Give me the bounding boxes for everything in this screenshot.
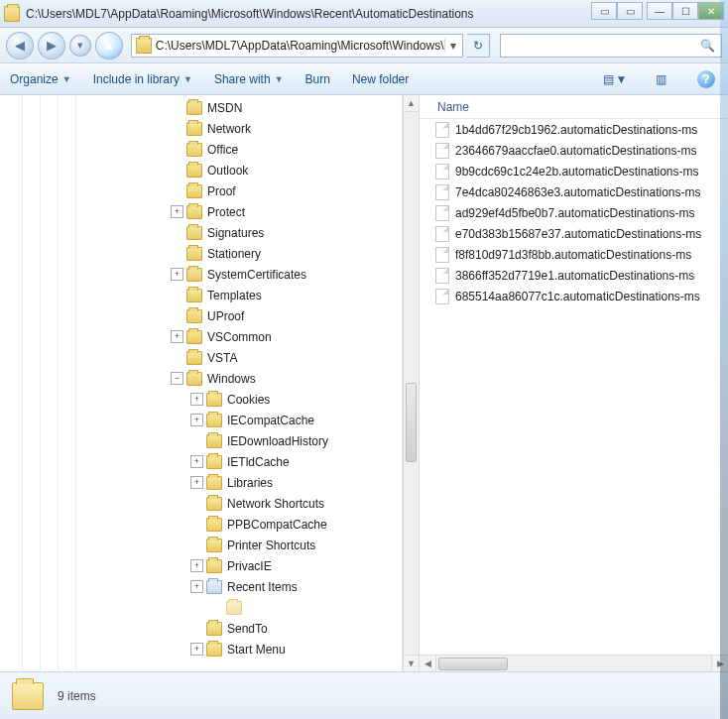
scroll-thumb[interactable] (406, 383, 417, 462)
status-text: 9 items (58, 689, 96, 703)
tree-node-label: PPBCompatCache (227, 518, 327, 532)
tree-node[interactable]: Office (0, 139, 402, 160)
expand-icon[interactable]: + (190, 580, 203, 593)
tree-spacer (171, 309, 183, 322)
new-folder-button[interactable]: New folder (352, 72, 409, 86)
tree-node[interactable]: −Windows (0, 368, 402, 389)
address-dropdown[interactable]: ▾ (444, 39, 462, 53)
tree-node[interactable]: +Protect (0, 201, 402, 222)
tree-node-label: Stationery (207, 247, 261, 261)
tree-node[interactable]: +VSCommon (0, 326, 402, 347)
tree-node[interactable] (0, 597, 402, 618)
file-name: e70d383b15687e37.automaticDestinations-m… (455, 227, 701, 241)
search-input[interactable]: 🔍 (500, 34, 722, 58)
tree-node[interactable]: +IETldCache (0, 451, 402, 472)
navigation-pane[interactable]: MSDNNetworkOfficeOutlookProof+ProtectSig… (0, 95, 403, 671)
expand-icon[interactable]: + (171, 205, 183, 218)
tree-node-label: Protect (207, 205, 245, 219)
tree-node[interactable]: SendTo (0, 618, 402, 639)
file-icon (435, 226, 449, 242)
file-row[interactable]: 9b9cdc69c1c24e2b.automaticDestinations-m… (420, 161, 728, 181)
history-dropdown[interactable]: ▾ (69, 35, 91, 57)
tree-node[interactable]: Network Shortcuts (0, 493, 402, 514)
tree-spacer (171, 101, 183, 114)
burn-button[interactable]: Burn (305, 72, 330, 86)
scroll-left-arrow[interactable]: ◀ (420, 656, 436, 672)
expand-icon[interactable]: + (190, 476, 203, 489)
expand-icon[interactable]: + (171, 330, 183, 343)
file-list-pane[interactable]: Name 1b4dd67f29cb1962.automaticDestinati… (420, 95, 728, 671)
tree-node[interactable]: Network (0, 118, 402, 139)
command-bar: Organize▼ Include in library▼ Share with… (0, 63, 728, 95)
tree-node[interactable]: UProof (0, 305, 402, 326)
tree-node[interactable]: Proof (0, 180, 402, 201)
help-button[interactable]: ? (694, 68, 718, 90)
tree-node[interactable]: +PrivacIE (0, 555, 402, 576)
expand-icon[interactable]: + (190, 414, 203, 426)
tree-node[interactable]: PPBCompatCache (0, 514, 402, 535)
tree-node[interactable]: +IECompatCache (0, 410, 402, 430)
tree-node-label: Templates (207, 289, 262, 302)
horizontal-scrollbar[interactable]: ◀ ▶ (420, 655, 728, 671)
expand-icon[interactable]: + (190, 559, 203, 572)
folder-icon (186, 268, 202, 282)
tree-node[interactable]: Outlook (0, 160, 402, 180)
file-row[interactable]: e70d383b15687e37.automaticDestinations-m… (420, 223, 728, 244)
view-options-button[interactable]: ▤ ▼ (603, 68, 627, 90)
tree-node[interactable]: +Recent Items (0, 576, 402, 597)
file-row[interactable]: 1b4dd67f29cb1962.automaticDestinations-m… (420, 119, 728, 140)
tree-node[interactable]: +Libraries (0, 472, 402, 493)
file-name: 1b4dd67f29cb1962.automaticDestinations-m… (455, 123, 697, 137)
preview-pane-button[interactable]: ▥ (649, 68, 672, 90)
tree-node[interactable]: MSDN (0, 97, 402, 118)
tree-node[interactable]: Printer Shortcuts (0, 535, 402, 555)
expand-icon[interactable]: + (171, 268, 183, 281)
up-button[interactable]: ▲ (95, 32, 123, 60)
tree-node-label: PrivacIE (227, 559, 272, 573)
minimize-button[interactable]: — (647, 2, 672, 20)
column-header-name[interactable]: Name (420, 95, 728, 119)
wc-extra2[interactable]: ▭ (617, 2, 643, 20)
collapse-icon[interactable]: − (171, 372, 183, 385)
tree-node[interactable]: +Cookies (0, 389, 402, 410)
close-button[interactable]: ✕ (698, 2, 724, 20)
address-bar[interactable]: C:\Users\MDL7\AppData\Roaming\Microsoft\… (131, 34, 463, 58)
tree-node[interactable]: +Start Menu (0, 639, 402, 659)
scroll-right-arrow[interactable]: ▶ (711, 656, 728, 672)
file-row[interactable]: ad929ef4d5fbe0b7.automaticDestinations-m… (420, 202, 728, 223)
tree-node-label: VSCommon (207, 330, 272, 344)
file-row[interactable]: 685514aa86077c1c.automaticDestinations-m… (420, 286, 728, 306)
tree-node[interactable]: IEDownloadHistory (0, 430, 402, 451)
include-library-menu[interactable]: Include in library▼ (93, 72, 192, 86)
share-with-menu[interactable]: Share with▼ (214, 72, 284, 86)
file-row[interactable]: f8f810d971d3f8bb.automaticDestinations-m… (420, 244, 728, 265)
maximize-button[interactable]: ☐ (672, 2, 698, 20)
tree-node[interactable]: Templates (0, 285, 402, 305)
folder-icon (186, 164, 202, 178)
organize-menu[interactable]: Organize▼ (10, 72, 71, 86)
wc-extra1[interactable]: ▭ (591, 2, 617, 20)
back-button[interactable]: ◀ (6, 32, 34, 60)
expand-icon[interactable]: + (190, 455, 203, 468)
forward-button[interactable]: ▶ (38, 32, 65, 60)
scroll-up-arrow[interactable]: ▲ (404, 95, 419, 112)
scroll-down-arrow[interactable]: ▼ (404, 655, 419, 671)
tree-node[interactable]: +SystemCertificates (0, 264, 402, 285)
tree-node[interactable]: VSTA (0, 347, 402, 368)
scroll-thumb[interactable] (438, 658, 508, 670)
tree-node[interactable]: Signatures (0, 222, 402, 243)
tree-node-label: Network Shortcuts (227, 497, 324, 511)
tree-scrollbar[interactable]: ▲ ▼ (403, 95, 420, 671)
refresh-button[interactable]: ↻ (467, 34, 491, 58)
expand-icon[interactable]: + (190, 393, 203, 406)
file-name: 3866ff352d7719e1.automaticDestinations-m… (455, 269, 694, 283)
expand-icon[interactable]: + (190, 643, 203, 656)
file-row[interactable]: 7e4dca80246863e3.automaticDestinations-m… (420, 181, 728, 202)
tree-node[interactable]: Stationery (0, 243, 402, 264)
file-row[interactable]: 3866ff352d7719e1.automaticDestinations-m… (420, 265, 728, 286)
tree-node-label: UProof (207, 309, 244, 323)
file-row[interactable]: 23646679aaccfae0.automaticDestinations-m… (420, 140, 728, 161)
folder-icon (206, 559, 222, 573)
tree-node-label: SystemCertificates (207, 268, 306, 282)
view-icon: ▤ (603, 72, 614, 86)
